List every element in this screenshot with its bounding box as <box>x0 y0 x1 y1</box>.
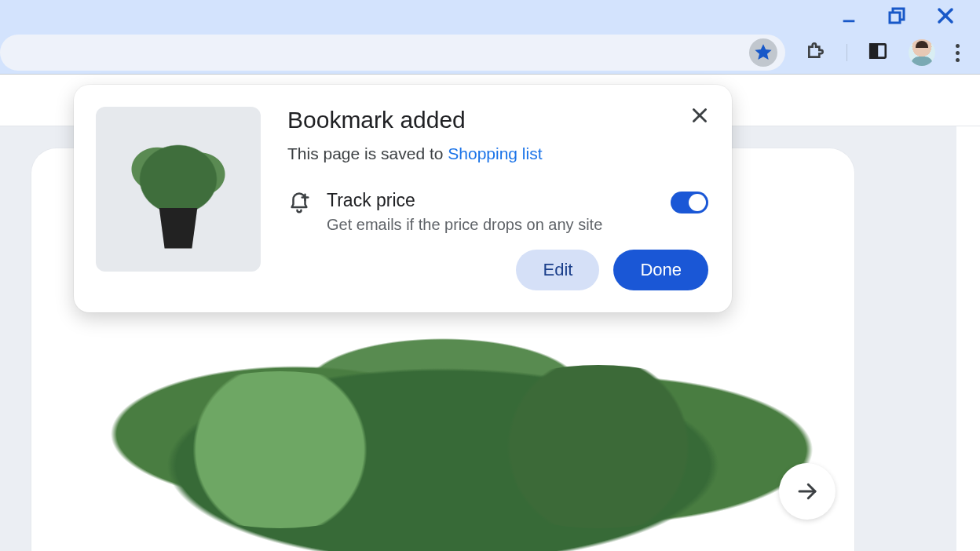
page-gutter <box>956 126 980 551</box>
close-icon <box>689 105 710 126</box>
saved-to-prefix: This page is saved to <box>287 144 448 162</box>
puzzle-icon <box>806 41 826 61</box>
price-alert-icon <box>287 190 313 218</box>
arrow-right-icon <box>795 480 819 503</box>
address-bar[interactable] <box>0 35 785 71</box>
restore-button[interactable] <box>887 6 906 25</box>
window-titlebar <box>0 0 980 31</box>
dialog-actions: Edit Done <box>287 250 708 290</box>
dialog-close-button[interactable] <box>689 105 710 129</box>
close-window-button[interactable] <box>936 6 955 25</box>
bookmark-thumbnail <box>96 107 261 272</box>
star-filled-icon <box>753 42 773 63</box>
side-panel-icon <box>868 41 888 61</box>
svg-rect-1 <box>890 13 900 23</box>
toolbar-actions <box>785 39 974 66</box>
product-image <box>72 277 813 551</box>
browser-toolbar <box>0 31 980 75</box>
bookmark-star-button[interactable] <box>749 38 777 67</box>
track-price-row: Track price Get emails if the price drop… <box>287 190 708 235</box>
done-button[interactable]: Done <box>613 250 708 290</box>
bookmark-folder-link[interactable]: Shopping list <box>448 144 542 162</box>
edit-button[interactable]: Edit <box>516 250 599 290</box>
track-price-toggle[interactable] <box>671 192 708 213</box>
bell-plus-icon <box>287 192 311 215</box>
svg-rect-5 <box>870 44 877 57</box>
track-price-title: Track price <box>327 190 656 211</box>
saved-to-text: This page is saved to Shopping list <box>287 144 708 163</box>
minimize-button[interactable] <box>840 7 858 24</box>
dialog-title: Bookmark added <box>287 107 708 133</box>
toolbar-separator <box>847 44 847 61</box>
track-price-description: Get emails if the price drops on any sit… <box>327 214 625 235</box>
svg-rect-0 <box>843 20 855 23</box>
extensions-button[interactable] <box>806 41 826 64</box>
side-panel-button[interactable] <box>868 41 888 64</box>
next-image-button[interactable] <box>779 463 836 520</box>
chrome-menu-button[interactable] <box>956 44 960 62</box>
profile-avatar-button[interactable] <box>909 39 935 66</box>
bookmark-added-dialog: Bookmark added This page is saved to Sho… <box>74 85 732 312</box>
